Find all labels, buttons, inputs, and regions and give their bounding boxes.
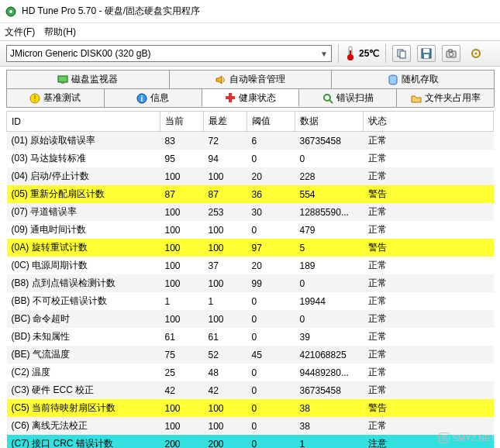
menu-help[interactable]: 帮助(H): [44, 26, 76, 39]
cell-thr: 0: [247, 381, 295, 399]
cell-id: (C3) 硬件 ECC 校正: [7, 381, 160, 399]
cell-thr: 0: [247, 417, 295, 435]
tab-信息[interactable]: i信息: [104, 88, 202, 107]
table-row[interactable]: (B8) 点到点错误检测计数100100990正常: [7, 274, 494, 292]
header-threshold[interactable]: 阈值: [247, 112, 295, 132]
cell-thr: 30: [247, 203, 295, 221]
disk-select[interactable]: JMicron Generic DISK00 (320 gB) ▼: [6, 45, 332, 62]
svg-text:!: !: [34, 95, 36, 103]
save-button[interactable]: [417, 45, 436, 62]
svg-rect-9: [424, 54, 429, 58]
app-icon: [5, 5, 17, 18]
copy-button[interactable]: [392, 45, 411, 62]
cell-cur: 100: [160, 417, 204, 435]
table-row[interactable]: (09) 通电时间计数1001000479正常: [7, 221, 494, 239]
cell-id: (BC) 命令超时: [7, 310, 160, 328]
tab-随机存取[interactable]: 随机存取: [331, 70, 495, 88]
cell-data: 0: [295, 274, 364, 292]
tab-磁盘监视器[interactable]: 磁盘监视器: [6, 70, 170, 88]
smart-table-wrap: ID 当前 最差 阈值 数据 状态 (01) 原始读取错误率8372636735…: [0, 111, 500, 448]
table-row[interactable]: (05) 重新分配扇区计数878736554警告: [7, 185, 494, 203]
svg-rect-16: [61, 82, 64, 84]
header-current[interactable]: 当前: [160, 112, 204, 132]
cell-data: 1: [295, 435, 364, 448]
table-row[interactable]: (C5) 当前待映射扇区计数100100038警告: [7, 399, 494, 417]
menubar: 文件(F) 帮助(H): [0, 23, 500, 40]
svg-line-26: [329, 100, 333, 103]
cell-thr: 0: [247, 435, 295, 448]
cell-thr: 20: [247, 167, 295, 185]
toolbar: JMicron Generic DISK00 (320 gB) ▼ 25℃: [0, 40, 500, 67]
svg-rect-12: [449, 50, 452, 52]
table-row[interactable]: (BC) 命令超时10010000正常: [7, 310, 494, 328]
tab-文件夹占用率[interactable]: 文件夹占用率: [396, 88, 495, 107]
cell-id: (01) 原始读取错误率: [7, 132, 160, 150]
cell-data: 554: [295, 185, 364, 203]
cell-id: (B8) 点到点错误检测计数: [7, 274, 160, 292]
table-row[interactable]: (04) 启动/停止计数10010020228正常: [7, 167, 494, 185]
cell-cur: 1: [160, 292, 204, 310]
cell-worst: 200: [204, 435, 247, 448]
cell-data: 94489280...: [295, 364, 364, 381]
table-row[interactable]: (C3) 硬件 ECC 校正4242036735458正常: [7, 381, 494, 399]
table-row[interactable]: (0C) 电源周期计数1003720189正常: [7, 257, 494, 274]
chevron-down-icon: ▼: [320, 50, 328, 58]
header-data[interactable]: 数据: [295, 112, 364, 132]
cell-stat: 正常: [364, 257, 494, 274]
toolbar-separator: [385, 44, 386, 63]
table-row[interactable]: (01) 原始读取错误率8372636735458正常: [7, 132, 494, 150]
cell-id: (09) 通电时间计数: [7, 221, 160, 239]
cell-thr: 0: [247, 399, 295, 417]
table-row[interactable]: (03) 马达旋转标准959400正常: [7, 150, 494, 167]
cell-cur: 42: [160, 381, 204, 399]
cell-id: (07) 寻道错误率: [7, 203, 160, 221]
cell-data: 479: [295, 221, 364, 239]
cell-id: (BD) 未知属性: [7, 328, 160, 346]
cell-thr: 0: [247, 310, 295, 328]
temperature-display: 25℃: [345, 46, 379, 61]
cell-cur: 87: [160, 185, 204, 203]
tab-健康状态[interactable]: 健康状态: [202, 88, 300, 107]
table-row[interactable]: (BE) 气流温度755245421068825正常: [7, 346, 494, 364]
cell-cur: 100: [160, 221, 204, 239]
table-row[interactable]: (C7) 接口 CRC 错误计数20020001注意: [7, 435, 494, 448]
cell-stat: 正常: [364, 150, 494, 167]
cell-data: 38: [295, 399, 364, 417]
tab-label: 健康状态: [239, 91, 276, 105]
cell-stat: 正常: [364, 328, 494, 346]
cell-thr: 36: [247, 185, 295, 203]
svg-rect-6: [400, 51, 405, 58]
cell-stat: 警告: [364, 239, 494, 257]
svg-point-1: [9, 10, 12, 13]
cell-cur: 100: [160, 399, 204, 417]
cell-thr: 0: [247, 221, 295, 239]
svg-point-25: [324, 95, 330, 101]
cell-data: 39: [295, 328, 364, 346]
tab-自动噪音管理[interactable]: 自动噪音管理: [169, 70, 333, 88]
table-row[interactable]: (C2) 温度2548094489280...正常: [7, 364, 494, 381]
header-worst[interactable]: 最差: [204, 112, 247, 132]
cell-thr: 20: [247, 257, 295, 274]
cell-cur: 200: [160, 435, 204, 448]
cell-stat: 警告: [364, 399, 494, 417]
cell-stat: 正常: [364, 381, 494, 399]
tab-基准测试[interactable]: !基准测试: [6, 88, 105, 107]
settings-button[interactable]: [467, 45, 485, 62]
cell-id: (05) 重新分配扇区计数: [7, 185, 160, 203]
table-row[interactable]: (BB) 不可校正错误计数11019944正常: [7, 292, 494, 310]
screenshot-button[interactable]: [442, 45, 460, 62]
header-status[interactable]: 状态: [364, 112, 494, 132]
menu-file[interactable]: 文件(F): [5, 26, 35, 39]
table-row[interactable]: (07) 寻道错误率1002533012885590...正常: [7, 203, 494, 221]
tab-错误扫描[interactable]: 错误扫描: [298, 88, 397, 107]
table-row[interactable]: (0A) 旋转重试计数100100975警告: [7, 239, 494, 257]
cell-worst: 100: [204, 310, 247, 328]
table-row[interactable]: (BD) 未知属性6161039正常: [7, 328, 494, 346]
svg-point-14: [475, 53, 478, 55]
cell-thr: 97: [247, 239, 295, 257]
cell-worst: 100: [204, 399, 247, 417]
cell-stat: 警告: [364, 185, 494, 203]
header-id[interactable]: ID: [7, 112, 160, 132]
table-row[interactable]: (C6) 离线无法校正100100038正常: [7, 417, 494, 435]
cell-thr: 0: [247, 328, 295, 346]
